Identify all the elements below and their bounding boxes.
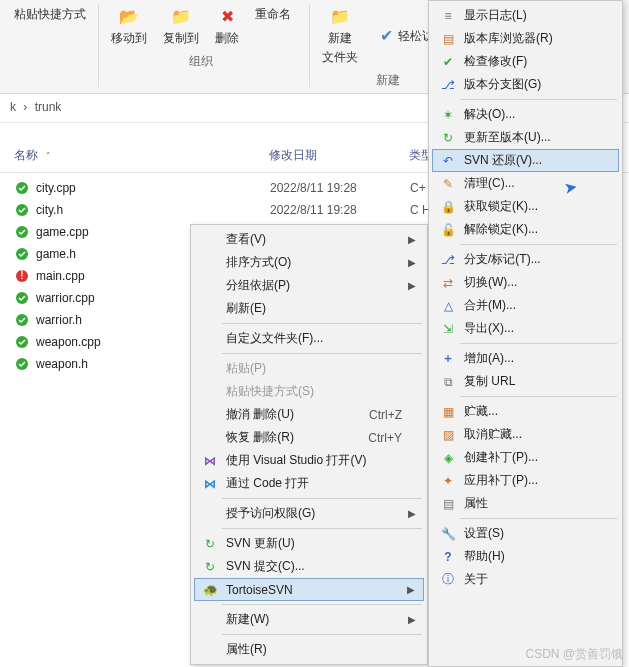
blank-icon bbox=[200, 506, 220, 522]
menu-item[interactable]: 查看(V)▶ bbox=[194, 228, 424, 251]
menu-item-label: 切换(W)... bbox=[464, 274, 517, 291]
delete-button[interactable]: ✖ 删除 bbox=[207, 2, 247, 49]
unlock-icon: 🔓 bbox=[438, 222, 458, 238]
menu-item-label: 增加(A)... bbox=[464, 350, 514, 367]
menu-item[interactable]: 新建(W)▶ bbox=[194, 608, 424, 631]
rename-button[interactable]: 重命名 bbox=[247, 2, 299, 49]
menu-item[interactable]: ↻SVN 更新(U) bbox=[194, 532, 424, 555]
blank-icon bbox=[200, 361, 220, 377]
menu-item[interactable]: ⇄切换(W)... bbox=[432, 271, 619, 294]
move-to-button[interactable]: 📂 移动到 bbox=[103, 2, 155, 49]
svn-up-icon: ↻ bbox=[200, 536, 220, 552]
menu-item[interactable]: ⓘ关于 bbox=[432, 568, 619, 591]
shortcut: Ctrl+Z bbox=[369, 408, 402, 422]
menu-item[interactable]: ＋增加(A)... bbox=[432, 347, 619, 370]
menu-item[interactable]: 授予访问权限(G)▶ bbox=[194, 502, 424, 525]
file-status-icon bbox=[14, 247, 30, 261]
add-icon: ＋ bbox=[438, 351, 458, 367]
menu-item[interactable]: 🔒获取锁定(K)... bbox=[432, 195, 619, 218]
paste-shortcut-button[interactable]: 粘贴快捷方式 bbox=[6, 2, 94, 25]
file-status-icon bbox=[14, 181, 30, 195]
menu-item-label: 更新至版本(U)... bbox=[464, 129, 551, 146]
menu-item-label: 检查修改(F) bbox=[464, 53, 527, 70]
menu-item[interactable]: ⎇版本分支图(G) bbox=[432, 73, 619, 96]
menu-item[interactable]: 撤消 删除(U)Ctrl+Z bbox=[194, 403, 424, 426]
menu-item[interactable]: ?帮助(H) bbox=[432, 545, 619, 568]
menu-item[interactable]: 刷新(E) bbox=[194, 297, 424, 320]
menu-item[interactable]: 恢复 删除(R)Ctrl+Y bbox=[194, 426, 424, 449]
menu-item-label: 查看(V) bbox=[226, 231, 266, 248]
menu-item[interactable]: ⋈通过 Code 打开 bbox=[194, 472, 424, 495]
submenu-arrow-icon: ▶ bbox=[407, 584, 415, 595]
menu-item[interactable]: ✶解决(O)... bbox=[432, 103, 619, 126]
graph-icon: ⎇ bbox=[438, 77, 458, 93]
column-header-date[interactable]: 修改日期 bbox=[269, 147, 409, 164]
menu-item[interactable]: ✎清理(C)... bbox=[432, 172, 619, 195]
menu-item[interactable]: 属性(R) bbox=[194, 638, 424, 661]
submenu-arrow-icon: ▶ bbox=[408, 257, 416, 268]
menu-item[interactable]: ⋈使用 Visual Studio 打开(V) bbox=[194, 449, 424, 472]
about-icon: ⓘ bbox=[438, 572, 458, 588]
vs-icon: ⋈ bbox=[200, 453, 220, 469]
menu-item[interactable]: 排序方式(O)▶ bbox=[194, 251, 424, 274]
menu-item[interactable]: ▤属性 bbox=[432, 492, 619, 515]
file-date: 2022/8/11 19:28 bbox=[270, 203, 410, 217]
menu-item-label: 属性 bbox=[464, 495, 488, 512]
menu-item[interactable]: 分组依据(P)▶ bbox=[194, 274, 424, 297]
menu-item-label: 属性(R) bbox=[226, 641, 267, 658]
menu-item-label: 获取锁定(K)... bbox=[464, 198, 538, 215]
blank-icon bbox=[200, 407, 220, 423]
menu-item[interactable]: ◈创建补丁(P)... bbox=[432, 446, 619, 469]
copy-to-icon: 📁 bbox=[169, 4, 193, 28]
menu-item[interactable]: ⧉复制 URL bbox=[432, 370, 619, 393]
blank-icon bbox=[200, 331, 220, 347]
menu-item[interactable]: 🔧设置(S) bbox=[432, 522, 619, 545]
menu-item[interactable]: ↻SVN 提交(C)... bbox=[194, 555, 424, 578]
menu-item-label: 分支/标记(T)... bbox=[464, 251, 541, 268]
branch-icon: ⎇ bbox=[438, 252, 458, 268]
blank-icon bbox=[200, 430, 220, 446]
tortoise-icon: 🐢 bbox=[200, 582, 220, 598]
menu-item[interactable]: ↻更新至版本(U)... bbox=[432, 126, 619, 149]
move-to-icon: 📂 bbox=[117, 4, 141, 28]
stash-icon: ▦ bbox=[438, 404, 458, 420]
merge-icon: △ bbox=[438, 298, 458, 314]
breadcrumb-folder: trunk bbox=[35, 100, 62, 114]
menu-item[interactable]: ✦应用补丁(P)... bbox=[432, 469, 619, 492]
menu-item[interactable]: ⎇分支/标记(T)... bbox=[432, 248, 619, 271]
svg-text:!: ! bbox=[20, 269, 23, 282]
menu-item[interactable]: ≡显示日志(L) bbox=[432, 4, 619, 27]
menu-item[interactable]: 自定义文件夹(F)... bbox=[194, 327, 424, 350]
menu-item[interactable]: ▦贮藏... bbox=[432, 400, 619, 423]
menu-item-label: 创建补丁(P)... bbox=[464, 449, 538, 466]
copy-to-button[interactable]: 📁 复制到 bbox=[155, 2, 207, 49]
menu-item[interactable]: ⇲导出(X)... bbox=[432, 317, 619, 340]
menu-item-label: 排序方式(O) bbox=[226, 254, 291, 271]
menu-item-label: 分组依据(P) bbox=[226, 277, 290, 294]
menu-item-label: 合并(M)... bbox=[464, 297, 516, 314]
menu-item: 粘贴快捷方式(S) bbox=[194, 380, 424, 403]
menu-item[interactable]: ▤版本库浏览器(R) bbox=[432, 27, 619, 50]
menu-item-label: 导出(X)... bbox=[464, 320, 514, 337]
file-name: city.cpp bbox=[36, 181, 270, 195]
menu-item-label: 版本库浏览器(R) bbox=[464, 30, 553, 47]
menu-item-label: TortoiseSVN bbox=[226, 583, 293, 597]
menu-item[interactable]: 🐢TortoiseSVN▶ bbox=[194, 578, 424, 601]
resolve-icon: ✶ bbox=[438, 107, 458, 123]
menu-item-label: 显示日志(L) bbox=[464, 7, 527, 24]
log-icon: ≡ bbox=[438, 8, 458, 24]
menu-item[interactable]: △合并(M)... bbox=[432, 294, 619, 317]
column-header-name[interactable]: 名称˄ bbox=[14, 147, 269, 164]
new-folder-button[interactable]: 📁 新建 文件夹 bbox=[314, 2, 366, 68]
menu-item-label: 使用 Visual Studio 打开(V) bbox=[226, 452, 367, 469]
apply-icon: ✦ bbox=[438, 473, 458, 489]
menu-item-label: 恢复 删除(R) bbox=[226, 429, 294, 446]
svn-commit-icon: ↻ bbox=[200, 559, 220, 575]
blank-icon bbox=[200, 232, 220, 248]
blank-icon bbox=[200, 612, 220, 628]
menu-item[interactable]: 🔓解除锁定(K)... bbox=[432, 218, 619, 241]
menu-item[interactable]: ▨取消贮藏... bbox=[432, 423, 619, 446]
menu-item[interactable]: ✔检查修改(F) bbox=[432, 50, 619, 73]
menu-item[interactable]: ↶SVN 还原(V)... bbox=[432, 149, 619, 172]
check-icon: ✔ bbox=[438, 54, 458, 70]
